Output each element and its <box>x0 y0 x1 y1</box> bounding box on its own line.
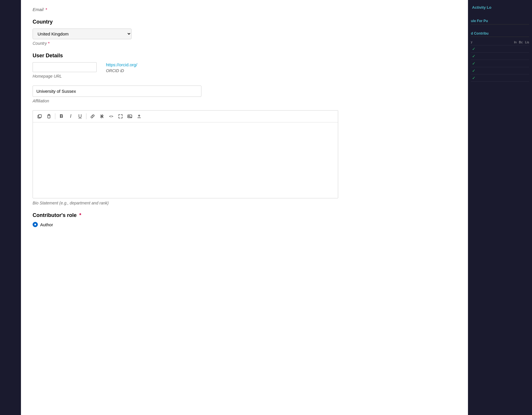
main-form-area: Email * Country United Kingdom United St… <box>21 0 468 415</box>
user-details-section: User Details Homepage URL https://orcid.… <box>33 53 456 79</box>
editor-toolbar: B I U <> <box>33 111 338 122</box>
affiliation-input[interactable] <box>33 86 201 97</box>
right-panel-title-3: d Contribu <box>471 30 529 37</box>
right-panel-table-header: y In Bc Lis <box>471 39 529 45</box>
upload-button[interactable] <box>135 112 143 120</box>
paste-button[interactable] <box>45 112 53 120</box>
right-panel-row-2: ✓ <box>471 53 529 60</box>
right-panel-section-3: d Contribu y In Bc Lis ✓ ✓ ✓ ✓ ✓ <box>471 30 529 82</box>
check-icon-3: ✓ <box>472 61 476 66</box>
underline-button[interactable]: U <box>76 112 84 120</box>
right-panel-row-1: ✓ <box>471 45 529 53</box>
email-field-label: Email <box>33 7 44 12</box>
email-required-star: * <box>45 7 47 12</box>
right-panel: Activity Lo ule For Pu d Contribu y In B… <box>468 0 532 415</box>
affiliation-label: Affiliation <box>33 99 456 103</box>
homepage-label: Homepage URL <box>33 74 97 79</box>
fullscreen-button[interactable] <box>116 112 125 120</box>
country-field-label: Country * <box>33 41 456 46</box>
right-panel-row-4: ✓ <box>471 67 529 74</box>
homepage-group: Homepage URL <box>33 62 97 79</box>
copy-button[interactable] <box>35 112 44 120</box>
right-panel-row-5: ✓ <box>471 74 529 82</box>
author-label: Author <box>40 222 53 227</box>
bio-statement-label: Bio Statement (e.g., department and rank… <box>33 201 456 205</box>
orcid-link[interactable]: https://orcid.org/ <box>106 62 137 67</box>
affiliation-section: Affiliation <box>33 86 456 103</box>
author-radio-option[interactable]: Author <box>33 222 456 227</box>
country-title: Country <box>33 19 456 25</box>
svg-point-6 <box>129 115 130 116</box>
country-select[interactable]: United Kingdom United States Canada Aust… <box>33 29 132 39</box>
svg-rect-3 <box>48 114 49 115</box>
homepage-url-input[interactable] <box>33 62 97 72</box>
contributor-role-title: Contributor's role * <box>33 212 456 218</box>
check-icon-2: ✓ <box>472 54 476 58</box>
country-section: Country United Kingdom United States Can… <box>33 19 456 46</box>
bold-button[interactable]: B <box>57 112 66 120</box>
email-section: Email * <box>33 6 456 12</box>
svg-rect-1 <box>39 115 41 117</box>
author-radio-button[interactable] <box>33 222 38 227</box>
check-icon-4: ✓ <box>472 68 476 73</box>
image-button[interactable] <box>125 112 134 120</box>
right-panel-section-2: ule For Pu <box>471 18 529 24</box>
user-details-row: Homepage URL https://orcid.org/ ORCID iD <box>33 62 456 79</box>
unlink-button[interactable] <box>97 112 106 120</box>
user-details-title: User Details <box>33 53 456 59</box>
code-button[interactable]: <> <box>107 112 116 120</box>
right-panel-row-3: ✓ <box>471 60 529 67</box>
italic-button[interactable]: I <box>66 112 75 120</box>
bio-statement-input[interactable] <box>33 122 338 198</box>
orcid-group: https://orcid.org/ ORCID iD <box>106 62 137 73</box>
right-panel-header-1[interactable]: Activity Lo <box>471 3 529 12</box>
check-icon-1: ✓ <box>472 47 476 51</box>
rich-text-editor: B I U <> <box>33 110 338 198</box>
check-icon-5: ✓ <box>472 76 476 80</box>
toolbar-sep-2 <box>86 113 86 119</box>
radio-inner-dot <box>34 224 36 225</box>
orcid-label: ORCID iD <box>106 68 137 73</box>
bio-statement-section: B I U <> <box>33 110 456 205</box>
link-button[interactable] <box>88 112 97 120</box>
right-panel-title-2: ule For Pu <box>471 18 529 24</box>
left-sidebar <box>0 0 21 415</box>
contributor-role-section: Contributor's role * Author <box>33 212 456 227</box>
toolbar-sep-1 <box>55 113 55 119</box>
email-label: Email * <box>33 7 456 12</box>
